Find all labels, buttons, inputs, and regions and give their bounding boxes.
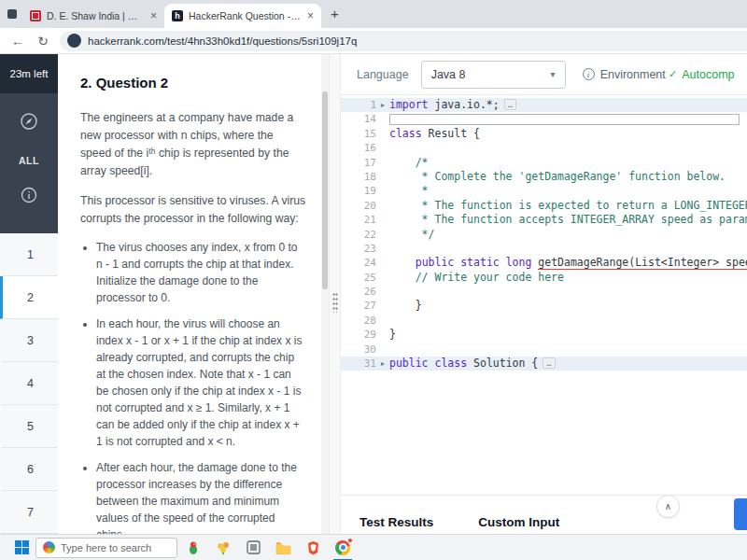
timer: 23m left bbox=[0, 54, 58, 93]
fold-ellipsis-icon[interactable]: … bbox=[543, 357, 555, 369]
environment-link[interactable]: i Environment bbox=[583, 68, 666, 81]
code-line-22[interactable]: 22 */ bbox=[341, 228, 747, 242]
question-number-5[interactable]: 5 bbox=[0, 405, 58, 448]
line-number: 31 bbox=[341, 357, 376, 371]
browser-navbar: ← ↻ hackerrank.com/test/4hn33h0kd1f/ques… bbox=[0, 28, 747, 54]
info-icon[interactable] bbox=[21, 187, 37, 207]
code-line-23[interactable]: 23 bbox=[341, 242, 747, 256]
line-number: 18 bbox=[341, 170, 376, 184]
language-value: Java 8 bbox=[431, 68, 466, 81]
deshaw-favicon-icon bbox=[30, 10, 41, 21]
hackerrank-favicon-icon: h bbox=[172, 10, 183, 21]
browser-tab-hackerrank[interactable]: h HackerRank Question - Qu × bbox=[164, 4, 321, 28]
tab-title: D. E. Shaw India | MNNIT Allah bbox=[47, 10, 145, 21]
code-text: import java.io.*;… bbox=[389, 98, 747, 112]
start-button[interactable] bbox=[9, 540, 34, 554]
code-line-25[interactable]: 25 // Write your code here bbox=[341, 271, 747, 285]
question-bullets: The virus chooses any index, x from 0 to… bbox=[96, 239, 306, 534]
question-number-1[interactable]: 1 bbox=[0, 233, 58, 276]
line-number: 30 bbox=[341, 343, 376, 357]
question-number-4[interactable]: 4 bbox=[0, 362, 58, 405]
editor-bottom-bar: ∧ Test Results Custom Input bbox=[341, 495, 747, 534]
collapse-panel-button[interactable]: ∧ bbox=[656, 495, 680, 518]
tab-test-results[interactable]: Test Results bbox=[359, 515, 433, 529]
drag-handle-icon[interactable] bbox=[332, 292, 338, 313]
line-number: 20 bbox=[341, 199, 376, 213]
code-text bbox=[389, 314, 747, 328]
scrollbar-thumb[interactable] bbox=[322, 91, 328, 289]
line-number: 1 bbox=[341, 98, 376, 112]
back-button[interactable]: ← bbox=[9, 34, 26, 49]
parrot-icon[interactable] bbox=[179, 535, 207, 560]
panel-resizer[interactable] bbox=[329, 54, 341, 534]
question-number-3[interactable]: 3 bbox=[0, 319, 58, 362]
code-line-18[interactable]: 18 * Complete the 'getDamageRange' funct… bbox=[341, 170, 747, 184]
autocomplete-toggle[interactable]: ✓ Autocomp bbox=[669, 68, 747, 81]
code-line-15[interactable]: 15class Result { bbox=[341, 127, 747, 141]
notification-badge bbox=[347, 538, 353, 543]
code-line-17[interactable]: 17 /* bbox=[341, 156, 747, 170]
address-bar[interactable]: hackerrank.com/test/4hn33h0kd1f/question… bbox=[60, 31, 747, 51]
search-placeholder: Type here to search bbox=[61, 542, 151, 553]
all-questions-button[interactable]: ALL bbox=[19, 155, 39, 166]
environment-label: Environment bbox=[600, 68, 666, 81]
line-number: 14 bbox=[341, 112, 376, 126]
language-select[interactable]: Java 8 ▾ bbox=[421, 61, 566, 89]
question-number-2[interactable]: 2 bbox=[0, 276, 58, 319]
code-line-24[interactable]: 24 public static long getDamageRange(Lis… bbox=[341, 256, 747, 270]
code-text: public class Solution {… bbox=[389, 357, 747, 371]
line-number: 17 bbox=[341, 156, 376, 170]
code-text: // Write your code here bbox=[389, 271, 747, 285]
file-explorer-icon[interactable] bbox=[269, 535, 297, 560]
question-panel[interactable]: 2. Question 2 The engineers at a company… bbox=[58, 54, 329, 534]
tab-close-icon[interactable]: × bbox=[150, 9, 157, 22]
check-icon: ✓ bbox=[669, 68, 677, 80]
compass-icon[interactable] bbox=[20, 112, 38, 134]
code-line-19[interactable]: 19 * bbox=[341, 184, 747, 198]
fold-icon[interactable]: ▸ bbox=[376, 98, 389, 112]
question-number-7[interactable]: 7 bbox=[0, 491, 58, 534]
new-tab-button[interactable]: + bbox=[331, 6, 339, 21]
line-number: 21 bbox=[341, 213, 376, 227]
url-text: hackerrank.com/test/4hn33h0kd1f/question… bbox=[88, 35, 357, 47]
code-editor[interactable]: 1▸import java.io.*;…1415class Result {16… bbox=[341, 95, 747, 495]
fold-icon[interactable]: ▸ bbox=[376, 357, 389, 371]
code-line-20[interactable]: 20 * The function is expected to return … bbox=[341, 199, 747, 213]
question-scrollbar[interactable] bbox=[321, 54, 329, 534]
code-line-31[interactable]: 31▸public class Solution {… bbox=[341, 357, 747, 371]
chevron-down-icon: ▾ bbox=[551, 69, 556, 79]
fold-ellipsis-icon[interactable]: … bbox=[504, 99, 516, 110]
tab-custom-input[interactable]: Custom Input bbox=[478, 515, 559, 529]
page-content: 23m left ALL 1234567 2. Question 2 The e… bbox=[0, 54, 747, 534]
code-lines: 1▸import java.io.*;…1415class Result {16… bbox=[341, 98, 747, 371]
code-line-14[interactable]: 14 bbox=[341, 112, 747, 126]
code-line-1[interactable]: 1▸import java.io.*;… bbox=[341, 98, 747, 112]
code-text bbox=[389, 343, 747, 357]
taskbar-search[interactable]: Type here to search bbox=[35, 538, 177, 558]
submit-button-partial[interactable] bbox=[734, 498, 747, 530]
flower-icon[interactable] bbox=[209, 535, 237, 560]
code-line-26[interactable]: 26 bbox=[341, 285, 747, 299]
browser-tab-deshaw[interactable]: D. E. Shaw India | MNNIT Allah × bbox=[22, 4, 164, 28]
question-paragraph: The engineers at a company have made a n… bbox=[80, 109, 306, 180]
windows-taskbar: Type here to search bbox=[0, 534, 747, 560]
task-view-icon[interactable] bbox=[239, 535, 267, 560]
code-line-21[interactable]: 21 * The function accepts INTEGER_ARRAY … bbox=[341, 213, 747, 227]
code-editor-panel: Language Java 8 ▾ i Environment ✓ Autoco… bbox=[341, 54, 747, 534]
line-number: 22 bbox=[341, 228, 376, 242]
question-number-6[interactable]: 6 bbox=[0, 448, 58, 491]
code-line-27[interactable]: 27 } bbox=[341, 299, 747, 313]
code-line-30[interactable]: 30 bbox=[341, 343, 747, 357]
tab-title: HackerRank Question - Qu bbox=[189, 10, 302, 21]
chrome-icon[interactable] bbox=[329, 535, 357, 560]
code-line-28[interactable]: 28 bbox=[341, 314, 747, 328]
line-number: 19 bbox=[341, 184, 376, 198]
code-line-29[interactable]: 29} bbox=[341, 328, 747, 342]
code-line-16[interactable]: 16 bbox=[341, 141, 747, 155]
line-number: 28 bbox=[341, 314, 376, 328]
brave-icon[interactable] bbox=[299, 535, 327, 560]
code-text: } bbox=[389, 328, 747, 342]
tab-close-icon[interactable]: × bbox=[307, 9, 314, 22]
left-rail: 23m left ALL 1234567 bbox=[0, 54, 58, 534]
refresh-button[interactable]: ↻ bbox=[35, 34, 51, 49]
